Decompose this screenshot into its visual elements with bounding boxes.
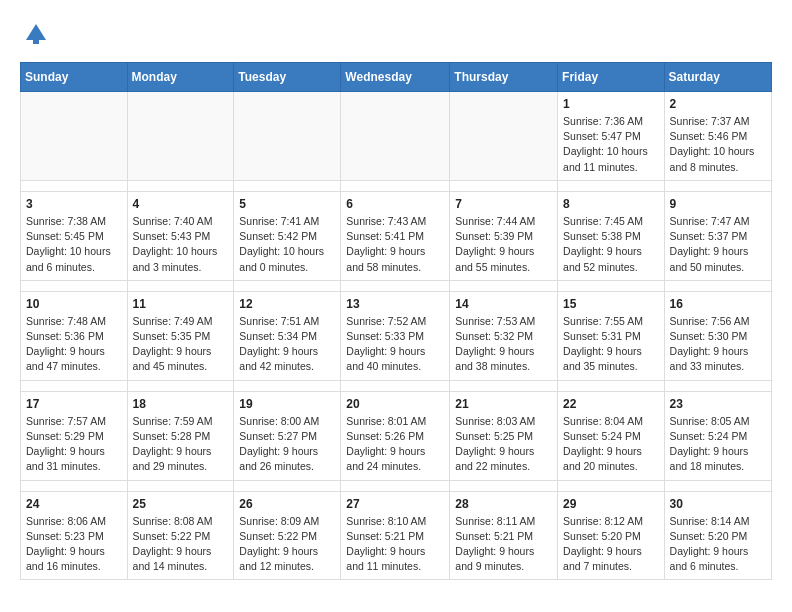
day-number: 6 [346,197,444,211]
day-info: Sunrise: 7:37 AM Sunset: 5:46 PM Dayligh… [670,114,766,175]
calendar-cell: 15Sunrise: 7:55 AM Sunset: 5:31 PM Dayli… [558,291,665,380]
day-info: Sunrise: 7:44 AM Sunset: 5:39 PM Dayligh… [455,214,552,275]
row-separator [21,480,772,491]
calendar-table: SundayMondayTuesdayWednesdayThursdayFrid… [20,62,772,580]
day-number: 17 [26,397,122,411]
day-number: 18 [133,397,229,411]
calendar-cell: 4Sunrise: 7:40 AM Sunset: 5:43 PM Daylig… [127,191,234,280]
calendar-cell: 5Sunrise: 7:41 AM Sunset: 5:42 PM Daylig… [234,191,341,280]
calendar-cell: 1Sunrise: 7:36 AM Sunset: 5:47 PM Daylig… [558,92,665,181]
day-number: 7 [455,197,552,211]
weekday-header-tuesday: Tuesday [234,63,341,92]
calendar-week-row: 1Sunrise: 7:36 AM Sunset: 5:47 PM Daylig… [21,92,772,181]
separator-cell [21,480,128,491]
separator-cell [21,380,128,391]
separator-cell [664,280,771,291]
day-info: Sunrise: 7:47 AM Sunset: 5:37 PM Dayligh… [670,214,766,275]
day-number: 23 [670,397,766,411]
svg-rect-1 [33,36,39,44]
weekday-header-thursday: Thursday [450,63,558,92]
calendar-cell: 17Sunrise: 7:57 AM Sunset: 5:29 PM Dayli… [21,391,128,480]
separator-cell [341,280,450,291]
row-separator [21,380,772,391]
calendar-cell: 12Sunrise: 7:51 AM Sunset: 5:34 PM Dayli… [234,291,341,380]
day-info: Sunrise: 7:38 AM Sunset: 5:45 PM Dayligh… [26,214,122,275]
separator-cell [450,380,558,391]
separator-cell [234,180,341,191]
day-info: Sunrise: 8:05 AM Sunset: 5:24 PM Dayligh… [670,414,766,475]
calendar-header-row: SundayMondayTuesdayWednesdayThursdayFrid… [21,63,772,92]
day-info: Sunrise: 8:04 AM Sunset: 5:24 PM Dayligh… [563,414,659,475]
calendar-cell: 29Sunrise: 8:12 AM Sunset: 5:20 PM Dayli… [558,491,665,580]
calendar-cell: 2Sunrise: 7:37 AM Sunset: 5:46 PM Daylig… [664,92,771,181]
day-number: 3 [26,197,122,211]
separator-cell [21,180,128,191]
separator-cell [234,380,341,391]
day-info: Sunrise: 7:56 AM Sunset: 5:30 PM Dayligh… [670,314,766,375]
day-info: Sunrise: 8:01 AM Sunset: 5:26 PM Dayligh… [346,414,444,475]
calendar-cell [127,92,234,181]
separator-cell [341,180,450,191]
separator-cell [450,280,558,291]
day-number: 25 [133,497,229,511]
day-info: Sunrise: 8:12 AM Sunset: 5:20 PM Dayligh… [563,514,659,575]
day-info: Sunrise: 7:49 AM Sunset: 5:35 PM Dayligh… [133,314,229,375]
calendar-week-row: 24Sunrise: 8:06 AM Sunset: 5:23 PM Dayli… [21,491,772,580]
calendar-cell: 23Sunrise: 8:05 AM Sunset: 5:24 PM Dayli… [664,391,771,480]
day-info: Sunrise: 7:48 AM Sunset: 5:36 PM Dayligh… [26,314,122,375]
weekday-header-monday: Monday [127,63,234,92]
separator-cell [664,380,771,391]
day-number: 2 [670,97,766,111]
row-separator [21,180,772,191]
day-number: 24 [26,497,122,511]
separator-cell [664,180,771,191]
calendar-cell: 30Sunrise: 8:14 AM Sunset: 5:20 PM Dayli… [664,491,771,580]
day-info: Sunrise: 7:36 AM Sunset: 5:47 PM Dayligh… [563,114,659,175]
day-number: 11 [133,297,229,311]
calendar-cell: 6Sunrise: 7:43 AM Sunset: 5:41 PM Daylig… [341,191,450,280]
calendar-cell [450,92,558,181]
day-info: Sunrise: 7:57 AM Sunset: 5:29 PM Dayligh… [26,414,122,475]
day-number: 15 [563,297,659,311]
separator-cell [234,280,341,291]
day-number: 19 [239,397,335,411]
weekday-header-sunday: Sunday [21,63,128,92]
day-info: Sunrise: 7:53 AM Sunset: 5:32 PM Dayligh… [455,314,552,375]
header [20,16,772,52]
day-info: Sunrise: 7:43 AM Sunset: 5:41 PM Dayligh… [346,214,444,275]
calendar-cell: 7Sunrise: 7:44 AM Sunset: 5:39 PM Daylig… [450,191,558,280]
logo [20,20,50,52]
day-info: Sunrise: 8:00 AM Sunset: 5:27 PM Dayligh… [239,414,335,475]
day-number: 14 [455,297,552,311]
calendar-cell: 14Sunrise: 7:53 AM Sunset: 5:32 PM Dayli… [450,291,558,380]
calendar-cell: 9Sunrise: 7:47 AM Sunset: 5:37 PM Daylig… [664,191,771,280]
calendar-cell: 24Sunrise: 8:06 AM Sunset: 5:23 PM Dayli… [21,491,128,580]
day-number: 27 [346,497,444,511]
day-info: Sunrise: 7:41 AM Sunset: 5:42 PM Dayligh… [239,214,335,275]
separator-cell [341,380,450,391]
separator-cell [341,480,450,491]
calendar-cell: 25Sunrise: 8:08 AM Sunset: 5:22 PM Dayli… [127,491,234,580]
day-number: 10 [26,297,122,311]
day-info: Sunrise: 8:08 AM Sunset: 5:22 PM Dayligh… [133,514,229,575]
separator-cell [664,480,771,491]
day-number: 13 [346,297,444,311]
calendar-cell [341,92,450,181]
day-info: Sunrise: 7:51 AM Sunset: 5:34 PM Dayligh… [239,314,335,375]
weekday-header-saturday: Saturday [664,63,771,92]
calendar-week-row: 10Sunrise: 7:48 AM Sunset: 5:36 PM Dayli… [21,291,772,380]
separator-cell [558,180,665,191]
day-number: 29 [563,497,659,511]
calendar-cell [21,92,128,181]
day-number: 28 [455,497,552,511]
calendar-cell: 10Sunrise: 7:48 AM Sunset: 5:36 PM Dayli… [21,291,128,380]
day-number: 20 [346,397,444,411]
day-number: 4 [133,197,229,211]
calendar-cell: 22Sunrise: 8:04 AM Sunset: 5:24 PM Dayli… [558,391,665,480]
separator-cell [450,180,558,191]
row-separator [21,280,772,291]
weekday-header-friday: Friday [558,63,665,92]
day-number: 5 [239,197,335,211]
day-number: 22 [563,397,659,411]
separator-cell [558,280,665,291]
